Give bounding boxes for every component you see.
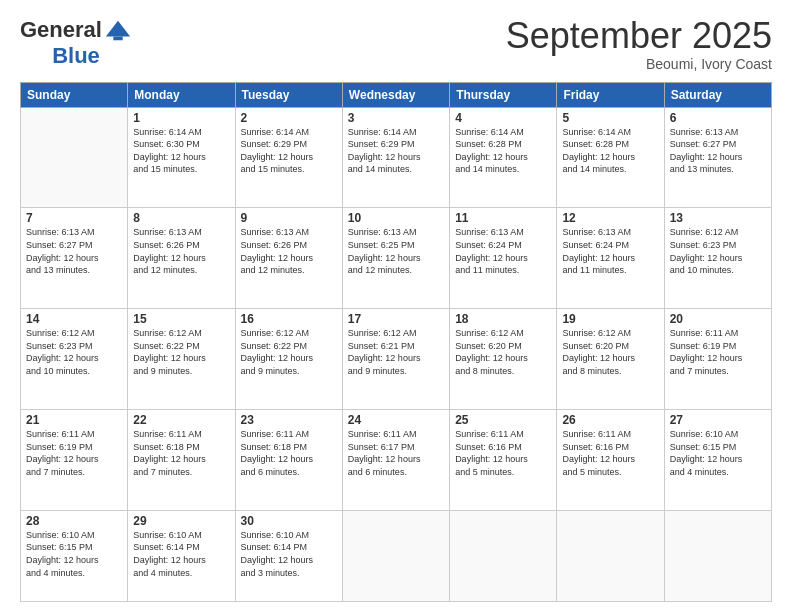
table-row: 24Sunrise: 6:11 AMSunset: 6:17 PMDayligh…	[342, 409, 449, 510]
table-row: 28Sunrise: 6:10 AMSunset: 6:15 PMDayligh…	[21, 510, 128, 601]
table-row: 3Sunrise: 6:14 AMSunset: 6:29 PMDaylight…	[342, 107, 449, 208]
table-row: 18Sunrise: 6:12 AMSunset: 6:20 PMDayligh…	[450, 309, 557, 410]
day-number: 4	[455, 111, 551, 125]
table-row: 23Sunrise: 6:11 AMSunset: 6:18 PMDayligh…	[235, 409, 342, 510]
table-row: 5Sunrise: 6:14 AMSunset: 6:28 PMDaylight…	[557, 107, 664, 208]
table-row: 1Sunrise: 6:14 AMSunset: 6:30 PMDaylight…	[128, 107, 235, 208]
logo-blue: Blue	[52, 44, 100, 68]
day-info: Sunrise: 6:11 AMSunset: 6:16 PMDaylight:…	[455, 428, 551, 478]
day-number: 5	[562, 111, 658, 125]
table-row: 2Sunrise: 6:14 AMSunset: 6:29 PMDaylight…	[235, 107, 342, 208]
day-info: Sunrise: 6:12 AMSunset: 6:20 PMDaylight:…	[562, 327, 658, 377]
table-row: 30Sunrise: 6:10 AMSunset: 6:14 PMDayligh…	[235, 510, 342, 601]
table-row: 29Sunrise: 6:10 AMSunset: 6:14 PMDayligh…	[128, 510, 235, 601]
day-number: 23	[241, 413, 337, 427]
day-number: 16	[241, 312, 337, 326]
day-number: 7	[26, 211, 122, 225]
day-number: 15	[133, 312, 229, 326]
day-number: 10	[348, 211, 444, 225]
day-number: 20	[670, 312, 766, 326]
day-info: Sunrise: 6:11 AMSunset: 6:18 PMDaylight:…	[241, 428, 337, 478]
header-thursday: Thursday	[450, 82, 557, 107]
day-number: 27	[670, 413, 766, 427]
day-info: Sunrise: 6:13 AMSunset: 6:24 PMDaylight:…	[562, 226, 658, 276]
table-row	[21, 107, 128, 208]
page: General Blue September 2025 Beoumi, Ivor…	[0, 0, 792, 612]
day-number: 11	[455, 211, 551, 225]
day-info: Sunrise: 6:13 AMSunset: 6:26 PMDaylight:…	[241, 226, 337, 276]
header-wednesday: Wednesday	[342, 82, 449, 107]
table-row: 26Sunrise: 6:11 AMSunset: 6:16 PMDayligh…	[557, 409, 664, 510]
day-number: 25	[455, 413, 551, 427]
day-info: Sunrise: 6:14 AMSunset: 6:28 PMDaylight:…	[455, 126, 551, 176]
day-info: Sunrise: 6:11 AMSunset: 6:19 PMDaylight:…	[26, 428, 122, 478]
logo-icon	[104, 16, 132, 44]
table-row: 16Sunrise: 6:12 AMSunset: 6:22 PMDayligh…	[235, 309, 342, 410]
table-row: 4Sunrise: 6:14 AMSunset: 6:28 PMDaylight…	[450, 107, 557, 208]
table-row: 8Sunrise: 6:13 AMSunset: 6:26 PMDaylight…	[128, 208, 235, 309]
day-info: Sunrise: 6:10 AMSunset: 6:15 PMDaylight:…	[670, 428, 766, 478]
day-info: Sunrise: 6:14 AMSunset: 6:28 PMDaylight:…	[562, 126, 658, 176]
day-info: Sunrise: 6:12 AMSunset: 6:22 PMDaylight:…	[241, 327, 337, 377]
header-saturday: Saturday	[664, 82, 771, 107]
day-info: Sunrise: 6:13 AMSunset: 6:26 PMDaylight:…	[133, 226, 229, 276]
table-row: 13Sunrise: 6:12 AMSunset: 6:23 PMDayligh…	[664, 208, 771, 309]
day-number: 29	[133, 514, 229, 528]
day-number: 13	[670, 211, 766, 225]
table-row: 27Sunrise: 6:10 AMSunset: 6:15 PMDayligh…	[664, 409, 771, 510]
day-info: Sunrise: 6:13 AMSunset: 6:27 PMDaylight:…	[26, 226, 122, 276]
logo-general: General	[20, 18, 102, 42]
table-row: 10Sunrise: 6:13 AMSunset: 6:25 PMDayligh…	[342, 208, 449, 309]
day-info: Sunrise: 6:13 AMSunset: 6:27 PMDaylight:…	[670, 126, 766, 176]
table-row: 14Sunrise: 6:12 AMSunset: 6:23 PMDayligh…	[21, 309, 128, 410]
table-row: 12Sunrise: 6:13 AMSunset: 6:24 PMDayligh…	[557, 208, 664, 309]
day-info: Sunrise: 6:12 AMSunset: 6:22 PMDaylight:…	[133, 327, 229, 377]
table-row: 22Sunrise: 6:11 AMSunset: 6:18 PMDayligh…	[128, 409, 235, 510]
day-number: 14	[26, 312, 122, 326]
day-info: Sunrise: 6:11 AMSunset: 6:18 PMDaylight:…	[133, 428, 229, 478]
day-number: 19	[562, 312, 658, 326]
header-sunday: Sunday	[21, 82, 128, 107]
day-number: 21	[26, 413, 122, 427]
weekday-header-row: Sunday Monday Tuesday Wednesday Thursday…	[21, 82, 772, 107]
day-info: Sunrise: 6:12 AMSunset: 6:21 PMDaylight:…	[348, 327, 444, 377]
day-number: 6	[670, 111, 766, 125]
day-info: Sunrise: 6:10 AMSunset: 6:14 PMDaylight:…	[241, 529, 337, 579]
table-row: 15Sunrise: 6:12 AMSunset: 6:22 PMDayligh…	[128, 309, 235, 410]
location-subtitle: Beoumi, Ivory Coast	[506, 56, 772, 72]
day-number: 3	[348, 111, 444, 125]
day-info: Sunrise: 6:11 AMSunset: 6:19 PMDaylight:…	[670, 327, 766, 377]
day-number: 8	[133, 211, 229, 225]
day-info: Sunrise: 6:12 AMSunset: 6:23 PMDaylight:…	[26, 327, 122, 377]
table-row: 7Sunrise: 6:13 AMSunset: 6:27 PMDaylight…	[21, 208, 128, 309]
day-number: 28	[26, 514, 122, 528]
day-number: 30	[241, 514, 337, 528]
day-info: Sunrise: 6:11 AMSunset: 6:17 PMDaylight:…	[348, 428, 444, 478]
table-row: 25Sunrise: 6:11 AMSunset: 6:16 PMDayligh…	[450, 409, 557, 510]
header-monday: Monday	[128, 82, 235, 107]
table-row	[664, 510, 771, 601]
day-info: Sunrise: 6:10 AMSunset: 6:15 PMDaylight:…	[26, 529, 122, 579]
day-info: Sunrise: 6:14 AMSunset: 6:29 PMDaylight:…	[348, 126, 444, 176]
table-row: 17Sunrise: 6:12 AMSunset: 6:21 PMDayligh…	[342, 309, 449, 410]
table-row: 9Sunrise: 6:13 AMSunset: 6:26 PMDaylight…	[235, 208, 342, 309]
table-row	[342, 510, 449, 601]
day-number: 1	[133, 111, 229, 125]
day-info: Sunrise: 6:13 AMSunset: 6:24 PMDaylight:…	[455, 226, 551, 276]
table-row	[557, 510, 664, 601]
table-row: 11Sunrise: 6:13 AMSunset: 6:24 PMDayligh…	[450, 208, 557, 309]
day-number: 17	[348, 312, 444, 326]
day-number: 2	[241, 111, 337, 125]
svg-rect-1	[113, 37, 122, 41]
day-info: Sunrise: 6:11 AMSunset: 6:16 PMDaylight:…	[562, 428, 658, 478]
day-number: 26	[562, 413, 658, 427]
day-info: Sunrise: 6:13 AMSunset: 6:25 PMDaylight:…	[348, 226, 444, 276]
title-block: September 2025 Beoumi, Ivory Coast	[506, 16, 772, 72]
day-info: Sunrise: 6:14 AMSunset: 6:30 PMDaylight:…	[133, 126, 229, 176]
day-number: 24	[348, 413, 444, 427]
day-number: 18	[455, 312, 551, 326]
day-info: Sunrise: 6:12 AMSunset: 6:23 PMDaylight:…	[670, 226, 766, 276]
table-row: 21Sunrise: 6:11 AMSunset: 6:19 PMDayligh…	[21, 409, 128, 510]
table-row: 19Sunrise: 6:12 AMSunset: 6:20 PMDayligh…	[557, 309, 664, 410]
header-friday: Friday	[557, 82, 664, 107]
